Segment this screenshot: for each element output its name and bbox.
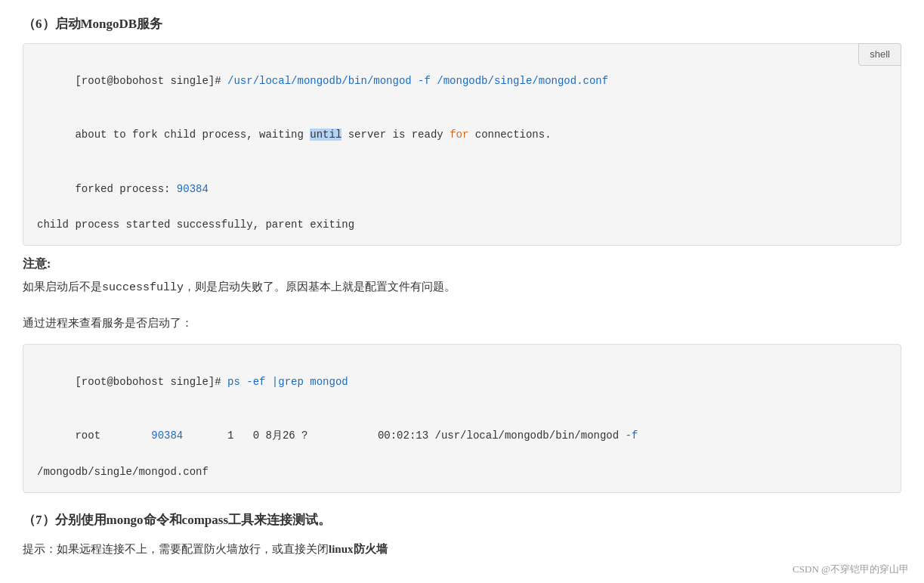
- code-ps-pid: 90384: [151, 429, 183, 442]
- code-prompt-1: [root@bobohost single]#: [75, 75, 227, 87]
- shell-badge-1: shell: [858, 43, 901, 66]
- hint-text: 提示：如果远程连接不上，需要配置防火墙放行，或直接关闭linux防火墙: [23, 539, 901, 560]
- code-block-2: [root@bobohost single]# ps -ef |grep mon…: [23, 344, 901, 493]
- notice-label: 注意:: [23, 256, 901, 272]
- code-pid: 90384: [177, 183, 209, 195]
- code-line-4: child process started successfully, pare…: [37, 216, 887, 234]
- code-ps-col3: 1 0 8月26 ? 00:02:13 /usr/local/mongodb/b…: [183, 429, 625, 442]
- code-until: until: [310, 129, 341, 141]
- code-line-ps2: root 90384 1 0 8月26 ? 00:02:13 /usr/loca…: [37, 409, 887, 463]
- section6-heading: （6）启动MongoDB服务: [23, 15, 901, 33]
- code-text-2b: server is ready: [341, 129, 450, 141]
- notice-mono: successfully: [102, 281, 184, 294]
- code-line-1: [root@bobohost single]# /usr/local/mongo…: [37, 54, 887, 108]
- process-check-text: 通过进程来查看服务是否启动了：: [23, 313, 901, 333]
- hint-bold: linux防火墙: [329, 543, 388, 555]
- page-container: （6）启动MongoDB服务 shell [root@bobohost sing…: [0, 0, 924, 583]
- code-prompt-2: [root@bobohost single]#: [75, 376, 227, 388]
- code-block-1: shell [root@bobohost single]# /usr/local…: [23, 43, 901, 246]
- hint-prefix: 提示：如果远程连接不上，需要配置防火墙放行，或直接关闭: [23, 543, 329, 555]
- code-line-ps1: [root@bobohost single]# ps -ef |grep mon…: [37, 355, 887, 409]
- code-ps-flag: -f: [626, 429, 638, 442]
- code-line-ps3: /mongodb/single/mongod.conf: [37, 464, 887, 482]
- code-ps-col1: root: [75, 429, 151, 442]
- code-forked-prefix: forked process:: [75, 183, 176, 195]
- notice-suffix: ，则是启动失败了。原因基本上就是配置文件有问题。: [184, 281, 456, 293]
- code-text-2a: about to fork child process, waiting: [75, 129, 310, 141]
- code-text-2c: connections.: [468, 129, 551, 141]
- section7-heading: （7）分别使用mongo命令和compass工具来连接测试。: [23, 511, 901, 529]
- code-line-3: forked process: 90384: [37, 163, 887, 216]
- code-cmd-1: /usr/local/mongodb/bin/mongod -f /mongod…: [227, 75, 608, 87]
- code-for: for: [450, 129, 468, 141]
- footer-credit: CSDN @不穿铠甲的穿山甲: [793, 563, 909, 576]
- notice-text: 如果启动后不是successfully，则是启动失败了。原因基本上就是配置文件有…: [23, 277, 901, 298]
- code-ps-cmd: ps -ef |grep mongod: [227, 376, 348, 388]
- notice-prefix: 如果启动后不是: [23, 281, 102, 293]
- code-line-2: about to fork child process, waiting unt…: [37, 108, 887, 162]
